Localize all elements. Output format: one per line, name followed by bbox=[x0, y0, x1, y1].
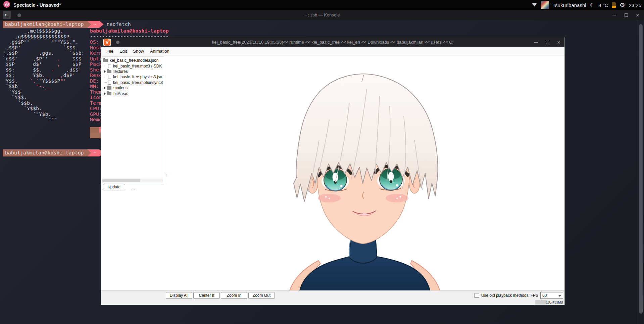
live2d-character-model[interactable] bbox=[279, 73, 453, 291]
neofetch-header: babuljakmilan@koshi-laptop bbox=[90, 28, 169, 34]
username[interactable]: Tsukuribanashi bbox=[553, 2, 586, 8]
menu-animation[interactable]: Animation bbox=[147, 48, 172, 54]
tree-row[interactable]: motions bbox=[102, 85, 164, 91]
scrollbar-track-divider bbox=[637, 20, 637, 324]
fps-select[interactable]: 60 bbox=[540, 292, 563, 299]
close-button[interactable]: ✕ bbox=[633, 10, 642, 20]
old-playback-checkbox[interactable] bbox=[475, 293, 479, 298]
tree-connector bbox=[104, 82, 107, 83]
prompt-path-segment: ~ bbox=[91, 149, 99, 156]
model-file-tree: kei_basic_free.model3.json kei_basic_fre… bbox=[102, 56, 164, 183]
menu-edit[interactable]: Edit bbox=[116, 48, 130, 54]
maximize-button[interactable] bbox=[543, 37, 552, 47]
tree-connector bbox=[104, 66, 107, 66]
zoom-out-button[interactable]: Zoom Out bbox=[248, 292, 275, 299]
neofetch-palette-row1 bbox=[90, 127, 101, 133]
menu-bar: File Edit Show Animation bbox=[101, 47, 564, 55]
center-it-button[interactable]: Center It bbox=[193, 292, 220, 299]
shell-prompt: babuljakmilan@koshi-laptop ~ bbox=[3, 149, 103, 156]
tree-row[interactable]: kei_basic_free.model3.json bbox=[102, 58, 164, 63]
fps-label: FPS bbox=[531, 293, 538, 298]
battery-icon[interactable] bbox=[612, 2, 616, 8]
panel-resize-grip[interactable]: ⋮ bbox=[164, 174, 168, 177]
viewer-toolbar: Display All Center It Zoom In Zoom Out U… bbox=[101, 290, 564, 305]
close-button[interactable]: ✕ bbox=[554, 37, 563, 47]
tree-row[interactable]: kei_basic_free.moc3 ( SDK bbox=[102, 63, 164, 68]
viewer-window-title: kei_basic_free(2023/10/10 19:05:38)<< ru… bbox=[101, 37, 564, 47]
menu-file[interactable]: File bbox=[103, 48, 116, 54]
memory-usage-text: 185/433MB bbox=[546, 300, 563, 305]
file-icon bbox=[108, 75, 111, 79]
shell-prompt: babuljakmilan@koshi-laptop ~ neofetch bbox=[3, 21, 131, 28]
live2d-viewer-window: V< kei_basic_free(2023/10/10 19:05:38)<<… bbox=[101, 37, 565, 305]
tree-connector bbox=[104, 77, 107, 77]
maximize-button[interactable] bbox=[622, 10, 631, 20]
tree-horizontal-scrollbar[interactable] bbox=[102, 179, 163, 182]
typed-command: neofetch bbox=[107, 21, 131, 28]
top-panel: Spectacle - Unsaved* Tsukuribanashi ☾ 8 … bbox=[0, 0, 644, 10]
memory-usage-fill bbox=[535, 300, 547, 305]
tree-row[interactable]: kei_basic_free.motionsync3 bbox=[102, 80, 164, 85]
terminal-scrollbar[interactable] bbox=[639, 24, 643, 314]
neofetch-labels: OS: Host Kern Upti Pack Shel Reso DE: WM… bbox=[90, 39, 102, 123]
minimize-button[interactable] bbox=[610, 10, 618, 20]
powerline-separator bbox=[87, 149, 91, 156]
clock[interactable]: 23:25 bbox=[629, 2, 641, 8]
zoom-in-button[interactable]: Zoom In bbox=[221, 292, 247, 299]
spectacle-icon bbox=[3, 1, 10, 9]
user-avatar[interactable] bbox=[541, 1, 549, 9]
konsole-window-title: ~ : zsh — Konsole bbox=[0, 10, 644, 20]
tree-row[interactable]: textures bbox=[102, 69, 164, 74]
viewer-canvas: kei_basic_free.model3.json kei_basic_fre… bbox=[101, 55, 564, 305]
active-app-title: Spectacle - Unsaved* bbox=[13, 2, 61, 8]
chevron-down-icon bbox=[558, 295, 561, 297]
expander-icon[interactable] bbox=[104, 70, 106, 73]
konsole-titlebar: >_ ~ : zsh — Konsole ✕ bbox=[0, 10, 644, 20]
ellipsis-text: ... bbox=[129, 186, 137, 191]
folder-icon bbox=[107, 86, 111, 90]
tree-row[interactable]: hitAreas bbox=[102, 91, 164, 96]
powerline-arrow bbox=[99, 21, 103, 28]
expander-icon[interactable] bbox=[104, 92, 106, 95]
weather-temperature[interactable]: 8 °C bbox=[598, 2, 608, 8]
folder-icon bbox=[107, 92, 111, 95]
expander-icon[interactable] bbox=[104, 87, 106, 89]
file-icon bbox=[108, 81, 111, 85]
memory-usage-indicator: 185/433MB bbox=[535, 300, 564, 305]
viewer-titlebar: V< kei_basic_free(2023/10/10 19:05:38)<<… bbox=[101, 37, 564, 47]
prompt-user-segment: babuljakmilan@koshi-laptop bbox=[3, 149, 87, 156]
wifi-icon[interactable] bbox=[532, 2, 537, 8]
gear-icon[interactable]: ⚙ bbox=[620, 1, 625, 9]
folder-icon bbox=[103, 59, 108, 62]
prompt-path-segment: ~ bbox=[91, 21, 99, 28]
menu-show[interactable]: Show bbox=[130, 48, 147, 54]
powerline-separator bbox=[87, 21, 91, 28]
scrollbar-thumb[interactable] bbox=[102, 179, 140, 182]
neofetch-ascii-accent: . , - ._ _, `.` "' "-.__ bbox=[3, 28, 66, 117]
night-mode-icon[interactable]: ☾ bbox=[590, 2, 595, 8]
prompt-user-segment: babuljakmilan@koshi-laptop bbox=[3, 21, 87, 28]
update-button[interactable]: Update bbox=[103, 184, 125, 190]
file-icon bbox=[108, 64, 111, 68]
tree-row[interactable]: kei_basic_free.physics3.jso bbox=[102, 74, 164, 80]
old-playback-label: Use old playback methods bbox=[481, 293, 529, 298]
neofetch-palette-row2 bbox=[90, 133, 101, 138]
display-all-button[interactable]: Display All bbox=[166, 292, 192, 299]
minimize-button[interactable] bbox=[532, 37, 540, 47]
folder-icon bbox=[107, 70, 111, 73]
